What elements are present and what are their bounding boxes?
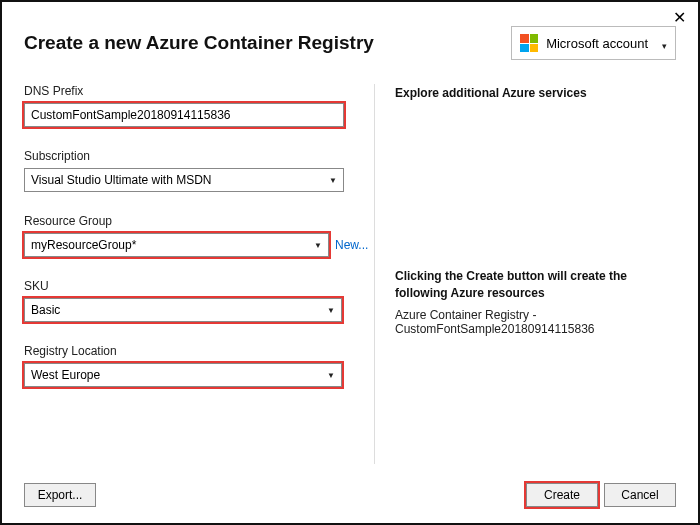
label-dns-prefix: DNS Prefix [24,84,354,98]
resource-summary-line: Azure Container Registry - CustomFontSam… [395,308,676,336]
value-dns-prefix: CustomFontSample20180914115836 [31,108,230,122]
explore-services-heading: Explore additional Azure services [395,86,676,100]
dropdown-registry-location[interactable]: West Europe ▼ [24,363,342,387]
left-panel: DNS Prefix CustomFontSample2018091411583… [24,84,354,464]
close-icon[interactable]: ✕ [673,10,686,26]
label-sku: SKU [24,279,354,293]
dialog-header: Create a new Azure Container Registry Mi… [24,26,676,60]
field-resource-group: Resource Group myResourceGroup* ▼ New... [24,214,354,257]
account-label: Microsoft account [546,36,648,51]
chevron-down-icon: ▾ [662,41,667,51]
right-panel: Explore additional Azure services Clicki… [374,84,676,464]
dialog-window: ✕ Create a new Azure Container Registry … [0,0,700,525]
value-subscription: Visual Studio Ultimate with MSDN [31,173,212,187]
chevron-down-icon: ▼ [329,176,337,185]
chevron-down-icon: ▼ [327,306,335,315]
field-registry-location: Registry Location West Europe ▼ [24,344,354,387]
dialog-footer: Export... Create Cancel [24,483,676,507]
create-button[interactable]: Create [526,483,598,507]
field-sku: SKU Basic ▼ [24,279,354,322]
value-sku: Basic [31,303,60,317]
primary-buttons: Create Cancel [526,483,676,507]
link-new-resource-group[interactable]: New... [333,238,368,252]
field-subscription: Subscription Visual Studio Ultimate with… [24,149,354,192]
dropdown-subscription[interactable]: Visual Studio Ultimate with MSDN ▼ [24,168,344,192]
chevron-down-icon: ▼ [327,371,335,380]
chevron-down-icon: ▼ [314,241,322,250]
label-subscription: Subscription [24,149,354,163]
label-resource-group: Resource Group [24,214,354,228]
microsoft-logo-icon [520,34,538,52]
account-picker[interactable]: Microsoft account ▾ [511,26,676,60]
dialog-title: Create a new Azure Container Registry [24,32,374,54]
cancel-button[interactable]: Cancel [604,483,676,507]
input-dns-prefix[interactable]: CustomFontSample20180914115836 [24,103,344,127]
create-note: Clicking the Create button will create t… [395,268,676,302]
value-resource-group: myResourceGroup* [31,238,136,252]
dropdown-resource-group[interactable]: myResourceGroup* ▼ [24,233,329,257]
export-button[interactable]: Export... [24,483,96,507]
dropdown-sku[interactable]: Basic ▼ [24,298,342,322]
field-dns-prefix: DNS Prefix CustomFontSample2018091411583… [24,84,354,127]
label-registry-location: Registry Location [24,344,354,358]
dialog-body: DNS Prefix CustomFontSample2018091411583… [24,84,676,464]
value-registry-location: West Europe [31,368,100,382]
